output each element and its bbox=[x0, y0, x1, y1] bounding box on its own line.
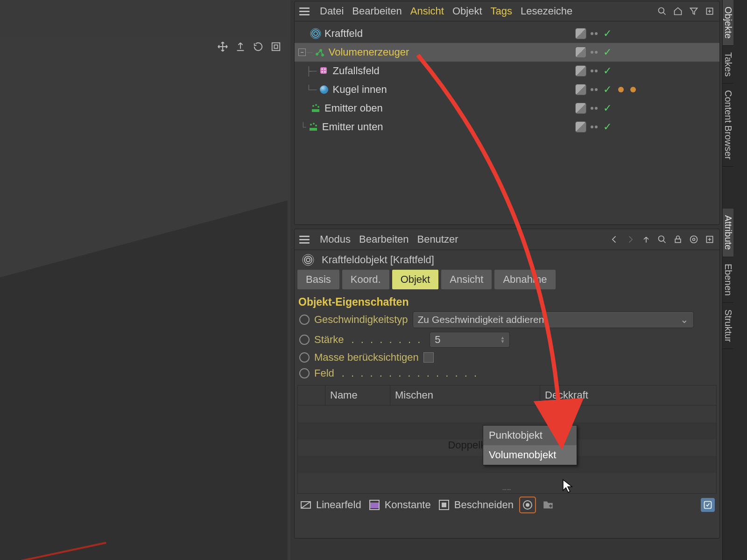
sidetab-content-browser[interactable]: Content Browser bbox=[723, 84, 733, 167]
tree-label: Kugel innen bbox=[333, 84, 387, 96]
attr-menu-edit[interactable]: Bearbeiten bbox=[359, 233, 409, 245]
constant-button[interactable]: Konstante bbox=[368, 498, 431, 511]
folder-add-button[interactable] bbox=[542, 498, 555, 511]
sidetab-takes[interactable]: Takes bbox=[723, 46, 733, 84]
lock-icon[interactable] bbox=[673, 234, 683, 245]
tab-ansicht[interactable]: Ansicht bbox=[441, 270, 492, 289]
attr-menu-mode[interactable]: Modus bbox=[320, 233, 351, 245]
menu-item-punktobjekt[interactable]: Punktobjekt bbox=[483, 426, 577, 445]
viewport-3d-area[interactable] bbox=[0, 37, 288, 560]
material-tag-icon[interactable] bbox=[630, 87, 636, 92]
prop-label: Stärke bbox=[314, 334, 344, 346]
tab-basis[interactable]: Basis bbox=[297, 270, 339, 289]
tree-row-emitter-unten[interactable]: └ Emitter unten ✓ bbox=[295, 118, 719, 136]
enable-check-icon[interactable]: ✓ bbox=[603, 121, 612, 133]
svg-point-21 bbox=[310, 124, 312, 126]
anim-dot[interactable] bbox=[299, 368, 310, 378]
anim-dot[interactable] bbox=[299, 352, 310, 363]
target-icon[interactable] bbox=[689, 234, 699, 245]
hamburger-icon[interactable] bbox=[299, 7, 310, 15]
tree-row-kugel-innen[interactable]: └─ Kugel innen ✓ bbox=[295, 80, 719, 99]
nav-back-icon[interactable] bbox=[609, 234, 620, 245]
frame-icon[interactable] bbox=[270, 41, 282, 53]
vis-dots[interactable] bbox=[591, 70, 598, 72]
attribute-menubar: Modus Bearbeiten Benutzer bbox=[295, 229, 719, 250]
enable-check-icon[interactable]: ✓ bbox=[603, 102, 612, 114]
tree-row-volumenerzeuger[interactable]: − ─ Volumenerzeuger ✓ bbox=[295, 43, 719, 62]
menu-item-volumenobjekt[interactable]: Volumenobjekt bbox=[483, 445, 577, 465]
tree-row-zufallsfeld[interactable]: ├─ Zufallsfeld ✓ bbox=[295, 62, 719, 80]
sidetab-attribute[interactable]: Attribute bbox=[723, 209, 733, 257]
prop-label: Masse berücksichtigen bbox=[314, 351, 419, 364]
menu-bookmarks[interactable]: Lesezeiche bbox=[521, 5, 572, 17]
home-icon[interactable] bbox=[673, 6, 683, 16]
new-window-icon[interactable] bbox=[705, 234, 715, 245]
emitter-icon bbox=[310, 102, 322, 114]
attr-menu-user[interactable]: Benutzer bbox=[417, 233, 458, 245]
preset-button[interactable] bbox=[701, 498, 715, 512]
vis-dots[interactable] bbox=[591, 51, 598, 54]
tab-abnahme[interactable]: Abnahme bbox=[494, 270, 555, 289]
enable-check-icon[interactable]: ✓ bbox=[603, 46, 612, 58]
enable-check-icon[interactable]: ✓ bbox=[603, 84, 612, 96]
vis-dots[interactable] bbox=[591, 88, 598, 91]
tree-row-kraftfeld[interactable]: Kraftfeld ✓ bbox=[295, 24, 719, 43]
object-tree[interactable]: Kraftfeld ✓ − ─ Volumenerzeuger bbox=[295, 21, 719, 136]
anim-dot[interactable] bbox=[299, 335, 310, 345]
field-list-body[interactable]: Doppelklick, um erzeugen Punktobjekt Vol… bbox=[298, 406, 716, 485]
expand-icon[interactable] bbox=[705, 6, 715, 16]
velocity-type-dropdown[interactable]: Zu Geschwindigkeit addieren ⌄ bbox=[413, 311, 694, 328]
tab-objekt[interactable]: Objekt bbox=[392, 270, 439, 289]
layer-tag[interactable] bbox=[576, 28, 586, 39]
svg-point-2 bbox=[659, 8, 664, 14]
vis-dots[interactable] bbox=[591, 107, 598, 110]
layer-tag[interactable] bbox=[576, 122, 586, 132]
layer-tag[interactable] bbox=[576, 66, 586, 76]
menu-tags[interactable]: Tags bbox=[491, 5, 512, 17]
button-label: Beschneiden bbox=[454, 499, 514, 511]
enable-check-icon[interactable]: ✓ bbox=[603, 28, 612, 40]
layer-tag[interactable] bbox=[576, 84, 586, 95]
col-opacity[interactable]: Deckkraft bbox=[540, 385, 716, 405]
menu-edit[interactable]: Bearbeiten bbox=[352, 5, 402, 17]
svg-point-38 bbox=[526, 503, 529, 507]
material-tag-icon[interactable] bbox=[618, 87, 624, 92]
anim-dot[interactable] bbox=[299, 315, 310, 325]
rotate-icon[interactable] bbox=[252, 41, 264, 53]
vis-dots[interactable] bbox=[591, 126, 598, 128]
nav-up-icon[interactable] bbox=[641, 234, 651, 245]
layer-tag[interactable] bbox=[576, 103, 586, 113]
search-icon[interactable] bbox=[657, 234, 667, 245]
tab-koord[interactable]: Koord. bbox=[342, 270, 389, 289]
search-icon[interactable] bbox=[657, 6, 667, 16]
stepper-icon[interactable]: ▲▼ bbox=[500, 336, 505, 343]
upload-icon[interactable] bbox=[234, 41, 247, 53]
menu-view[interactable]: Ansicht bbox=[410, 5, 444, 17]
svg-rect-0 bbox=[272, 43, 280, 51]
svg-rect-1 bbox=[274, 45, 277, 48]
resize-handle[interactable]: ┄┄ bbox=[298, 485, 716, 493]
vis-dots[interactable] bbox=[591, 32, 598, 35]
menu-object[interactable]: Objekt bbox=[452, 5, 482, 17]
strength-input[interactable]: 5 ▲▼ bbox=[430, 332, 510, 348]
viewport[interactable] bbox=[0, 0, 291, 560]
hamburger-icon[interactable] bbox=[299, 236, 310, 244]
sidetab-struktur[interactable]: Struktur bbox=[723, 303, 733, 349]
tree-row-emitter-oben[interactable]: Emitter oben ✓ bbox=[295, 99, 719, 118]
col-mix[interactable]: Mischen bbox=[390, 385, 540, 405]
collapse-toggle[interactable]: − bbox=[298, 49, 306, 56]
sidetab-objekte[interactable]: Objekte bbox=[723, 0, 733, 46]
enable-check-icon[interactable]: ✓ bbox=[603, 65, 612, 77]
move-icon[interactable] bbox=[217, 41, 229, 53]
svg-point-24 bbox=[659, 236, 664, 242]
linear-field-button[interactable]: Linearfeld bbox=[299, 498, 361, 511]
menu-file[interactable]: Datei bbox=[320, 5, 344, 17]
clip-button[interactable]: Beschneiden bbox=[437, 498, 514, 511]
solid-mode-button[interactable] bbox=[520, 497, 535, 512]
sidetab-ebenen[interactable]: Ebenen bbox=[723, 257, 733, 303]
filter-icon[interactable] bbox=[689, 6, 699, 16]
tree-line: ─ bbox=[307, 48, 312, 57]
consider-mass-checkbox[interactable] bbox=[423, 352, 434, 363]
layer-tag[interactable] bbox=[576, 47, 586, 57]
col-name[interactable]: Name bbox=[325, 385, 390, 405]
